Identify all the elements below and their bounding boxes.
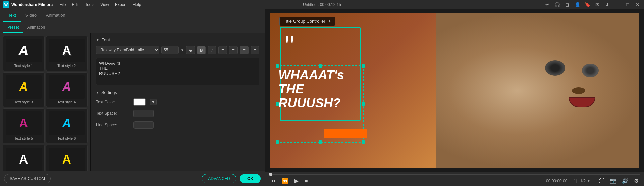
style-label-2: Text style 2: [57, 64, 76, 68]
style-item-7[interactable]: A Text style 7: [3, 145, 45, 171]
menu-edit[interactable]: Edit: [69, 2, 82, 8]
mail-icon[interactable]: ✉: [594, 1, 601, 8]
menu-file[interactable]: File: [57, 2, 68, 8]
window-controls: ☀ 🎧 🗑 👤 🔖 ✉ ⬇ — □ ✕: [543, 1, 641, 8]
sloth-eye-right: [582, 64, 599, 77]
user-icon[interactable]: 👤: [574, 1, 581, 8]
panel-content: A Text style 1 A Text style 2 A Text sty…: [0, 33, 265, 171]
page-indicator: 1/2 ▼: [580, 179, 590, 183]
style-item-5[interactable]: A Text style 5: [3, 108, 45, 143]
format-btn-strikethrough[interactable]: S̶: [186, 46, 195, 54]
action-buttons: ADVANCED OK: [202, 174, 261, 183]
main-area: Text Video Animation Preset Animation A …: [0, 9, 644, 186]
handle-bot-right[interactable]: [362, 140, 365, 144]
headphone-icon[interactable]: 🎧: [553, 1, 561, 8]
title-group-label: Title Group Controller: [284, 19, 325, 24]
trash-icon[interactable]: 🗑: [564, 1, 571, 8]
menu-view[interactable]: View: [98, 2, 112, 8]
screenshot-icon[interactable]: 📷: [608, 177, 618, 185]
bookmark-icon[interactable]: 🔖: [584, 1, 591, 8]
style-preview-7: A: [6, 148, 42, 171]
style-letter-7: A: [19, 152, 28, 167]
style-preview-2: A: [49, 39, 85, 62]
tab-video[interactable]: Video: [21, 9, 41, 22]
app-logo: W Wondershare Filmora: [3, 1, 53, 8]
style-item-2[interactable]: A Text style 2: [46, 36, 88, 71]
style-item-4[interactable]: A Text style 4: [46, 72, 88, 107]
play-button[interactable]: ▶: [293, 177, 300, 185]
text-space-input[interactable]: 0: [133, 110, 154, 117]
format-btn-align-left[interactable]: ≡: [218, 46, 227, 54]
font-size-input[interactable]: [161, 46, 179, 54]
close-icon[interactable]: ✕: [634, 1, 641, 8]
style-letter-4: A: [62, 80, 71, 94]
chevron-down-icon: ▼: [181, 48, 184, 52]
font-select[interactable]: Raleway ExtraBold Italic: [96, 46, 159, 54]
sub-tab-animation[interactable]: Animation: [23, 22, 49, 33]
page-chevron-icon[interactable]: ▼: [587, 179, 590, 183]
style-letter-3: A: [19, 80, 28, 94]
tab-text[interactable]: Text: [3, 9, 21, 22]
tab-animation[interactable]: Animation: [41, 9, 70, 22]
text-input[interactable]: [99, 61, 256, 81]
progress-thumb[interactable]: [269, 173, 272, 176]
style-preview-4: A: [49, 75, 85, 99]
playback-bar: ⏮ ⏪ ▶ ■ 00:00:00:00 [ ] 1/2 ▼ ⛶ 📷 🔊 ⚙: [265, 172, 644, 186]
style-letter-6: A: [62, 116, 71, 130]
stop-button[interactable]: ■: [303, 177, 309, 185]
font-controls-row: Raleway ExtraBold Italic ▼ S̶ B I ≡ ≡ ≡ …: [96, 46, 259, 54]
handle-top-left[interactable]: [276, 64, 279, 68]
fullscreen-icon[interactable]: ⛶: [598, 177, 606, 185]
download-icon[interactable]: ⬇: [604, 1, 611, 8]
menu-tools[interactable]: Tools: [82, 2, 97, 8]
minimize-icon[interactable]: —: [614, 1, 621, 8]
settings-icon[interactable]: ⚙: [633, 177, 640, 185]
menu-export[interactable]: Export: [112, 2, 129, 8]
format-btn-align-center[interactable]: ≡: [229, 46, 238, 54]
handle-top-center[interactable]: [319, 64, 322, 68]
sloth-mouth: [569, 97, 595, 107]
step-back-button[interactable]: ⏪: [280, 177, 290, 185]
handle-bot-center[interactable]: [319, 140, 322, 144]
advanced-button[interactable]: ADVANCED: [202, 174, 236, 183]
maximize-icon[interactable]: □: [624, 1, 631, 8]
window-title: Untitled : 00:00:12:15: [303, 2, 341, 7]
format-btn-bold[interactable]: B: [197, 46, 206, 54]
color-dropdown-btn[interactable]: ▼: [150, 99, 157, 105]
style-letter-1: A: [18, 43, 29, 59]
settings-section-label: Settings: [101, 90, 117, 95]
progress-track[interactable]: [269, 174, 640, 175]
handle-top-right[interactable]: [362, 64, 365, 68]
handle-bot-left[interactable]: [276, 140, 279, 144]
format-btn-italic[interactable]: I: [208, 46, 216, 54]
orange-bar: [324, 129, 367, 138]
text-color-swatch[interactable]: [133, 98, 146, 106]
volume-icon[interactable]: 🔊: [621, 177, 630, 185]
title-group-badge[interactable]: Title Group Controller ⬇: [279, 17, 335, 26]
format-btn-align-justify[interactable]: ≡: [251, 46, 259, 54]
style-label-1: Text style 1: [14, 64, 33, 68]
text-color-label: Text Color:: [96, 100, 129, 104]
sun-icon[interactable]: ☀: [543, 1, 551, 8]
handle-mid-right[interactable]: [362, 102, 365, 106]
sloth-nose: [572, 87, 585, 94]
style-item-3[interactable]: A Text style 3: [3, 72, 45, 107]
line-space-input[interactable]: 0: [133, 121, 154, 129]
style-preview-3: A: [6, 75, 42, 99]
skip-back-button[interactable]: ⏮: [269, 177, 277, 185]
style-item-8[interactable]: A Text style 8: [46, 145, 88, 171]
preview-canvas: " WHAAAT'sTHERUU: [270, 13, 639, 168]
title-group-expand-icon[interactable]: ⬇: [328, 19, 331, 24]
style-item-6[interactable]: A Text style 6: [46, 108, 88, 143]
save-as-custom-button[interactable]: SAVE AS CUSTOM: [4, 174, 51, 183]
menu-help[interactable]: Help: [130, 2, 144, 8]
sub-tab-preset[interactable]: Preset: [3, 22, 23, 33]
style-preview-1: A: [6, 39, 42, 62]
preview-area: " WHAAAT'sTHERUU: [265, 9, 644, 172]
text-space-label: Text Space:: [96, 111, 129, 116]
time-separator: [ ]: [573, 179, 577, 183]
format-btn-align-right[interactable]: ≡: [240, 46, 249, 54]
ok-button[interactable]: OK: [240, 174, 261, 183]
left-panel: Text Video Animation Preset Animation A …: [0, 9, 265, 186]
style-item-1[interactable]: A Text style 1: [3, 36, 45, 71]
